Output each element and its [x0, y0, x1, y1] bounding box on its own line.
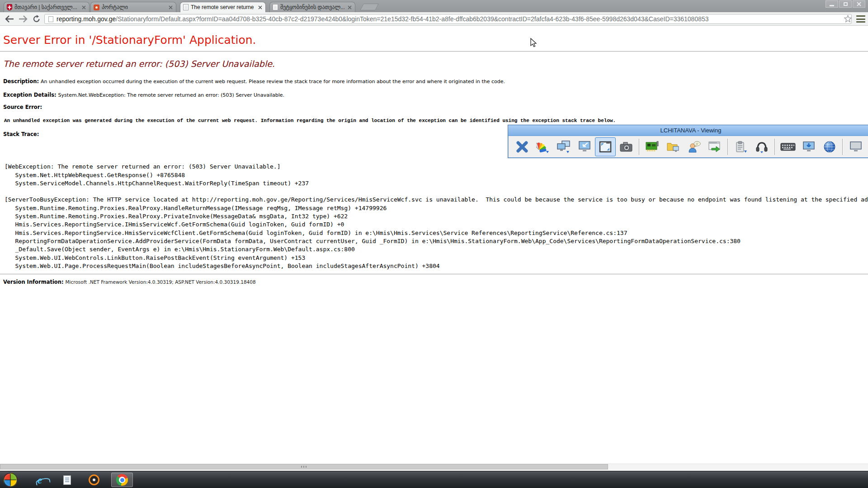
tab-label: შეტყობინების დათვალ...: [280, 4, 344, 10]
color-quality-button[interactable]: [533, 137, 553, 156]
exception-details-line: Exception Details: System.Net.WebExcepti…: [3, 92, 284, 98]
maximize-icon: [844, 2, 848, 6]
toolbar-separator: [842, 139, 843, 155]
viewer-titlebar[interactable]: LCHITANAVA - Viewing: [508, 125, 868, 136]
media-app-icon: [89, 474, 99, 485]
tab-label: The remote server returne: [191, 4, 255, 10]
back-icon: [5, 15, 14, 23]
folder-transfer-icon: [666, 141, 680, 153]
divider: [0, 274, 868, 274]
minimize-button[interactable]: [826, 0, 838, 8]
browser-navbar: reporting.moh.gov.ge/Stationaryform/Defa…: [0, 12, 868, 26]
toolbar-separator: [639, 139, 640, 155]
taskbar-chrome-button[interactable]: [111, 473, 133, 487]
file-transfer-button[interactable]: [663, 137, 684, 156]
page-icon: [48, 16, 53, 22]
close-window-button[interactable]: [853, 0, 865, 8]
internet-explorer-icon: e: [38, 475, 42, 485]
screenshot-button[interactable]: [616, 137, 637, 156]
url-bar[interactable]: reporting.moh.gov.ge/Stationaryform/Defa…: [44, 14, 852, 24]
monitor-down-arrow-icon: [802, 141, 816, 153]
window-controls: [826, 0, 865, 8]
tab-label: მთავარი | საქართველ...: [14, 4, 79, 10]
globe-icon: [823, 141, 836, 153]
circuit-board-icon: [645, 141, 660, 153]
keyboard-icon: [780, 141, 796, 152]
disconnect-button[interactable]: [512, 137, 533, 156]
audio-button[interactable]: [751, 137, 772, 156]
url-path: /Stationaryform/Default.aspx?formID=aa04…: [116, 15, 708, 23]
color-fan-icon: [536, 140, 550, 154]
maximize-button[interactable]: [839, 0, 852, 8]
fullscreen-button[interactable]: [595, 137, 616, 156]
toolbar-separator: [774, 139, 775, 155]
tab-portal[interactable]: პორტალი: [90, 2, 176, 12]
divider: [0, 51, 868, 52]
description-line: Description: An unhandled exception occu…: [3, 78, 505, 84]
georgia-crest-icon: [7, 4, 12, 10]
taskbar-document-button[interactable]: [56, 473, 78, 487]
new-tab-button[interactable]: [360, 4, 379, 10]
bookmark-star-button[interactable]: [844, 15, 852, 24]
reload-icon: [33, 15, 41, 23]
taskbar-ie-button[interactable]: e: [29, 473, 51, 487]
source-error-text: An unhandled exception was generated dur…: [4, 118, 616, 123]
window-transfer-button[interactable]: [704, 137, 725, 156]
hardware-button[interactable]: [642, 137, 663, 156]
forward-icon: [19, 15, 28, 23]
keyboard-button[interactable]: [778, 137, 798, 156]
browser-menu-button[interactable]: [856, 15, 865, 23]
fullscreen-icon: [599, 141, 612, 153]
start-button[interactable]: [3, 473, 18, 487]
headset-icon: [755, 141, 769, 153]
taskbar: e EN: [0, 471, 868, 488]
web-button[interactable]: [819, 137, 840, 156]
partial-monitor-icon: [849, 141, 863, 153]
monitor-select-button[interactable]: [553, 137, 574, 156]
tab-close-icon[interactable]: [257, 5, 263, 10]
close-icon: [857, 2, 861, 6]
remote-viewer-toolbar: LCHITANAVA - Viewing: [508, 125, 868, 158]
stack-trace: [WebException: The remote server returne…: [5, 155, 868, 270]
blank-page-icon: [183, 4, 189, 10]
scale-monitor-icon: [578, 140, 591, 154]
source-error-label: Source Error:: [3, 104, 42, 110]
portal-icon: [94, 5, 99, 10]
window-arrow-icon: [708, 141, 722, 153]
chat-person-icon: [687, 141, 701, 153]
camera-icon: [619, 141, 633, 153]
clipboard-button[interactable]: [731, 137, 751, 156]
tab-close-icon[interactable]: [347, 5, 352, 10]
chrome-icon: [116, 474, 128, 486]
tab-notifications[interactable]: შეტყობინების დათვალ...: [269, 2, 355, 12]
viewer-toolbar-row: [508, 136, 868, 158]
tab-close-icon[interactable]: [168, 5, 173, 10]
toolbar-separator: [727, 139, 728, 155]
scale-button[interactable]: [574, 137, 595, 156]
send-input-button[interactable]: [798, 137, 819, 156]
edge-partial-button[interactable]: [845, 137, 866, 156]
minimize-icon: [830, 5, 834, 6]
tab-error-active[interactable]: The remote server returne: [180, 2, 266, 12]
error-subtitle: The remote server returned an error: (50…: [3, 59, 275, 69]
document-icon: [63, 475, 71, 485]
back-button[interactable]: [5, 14, 14, 24]
tab-close-icon[interactable]: [81, 5, 86, 10]
blank-page-icon: [273, 4, 278, 10]
scrollbar-grip: [301, 466, 307, 468]
forward-button[interactable]: [18, 14, 28, 24]
close-x-icon: [516, 141, 528, 153]
browser-tab-strip: მთავარი | საქართველ... პორტალი The remot…: [0, 0, 868, 12]
stack-trace-label: Stack Trace:: [3, 131, 39, 137]
tab-label: პორტალი: [102, 4, 165, 10]
desktop: მთავარი | საქართველ... პორტალი The remot…: [0, 0, 868, 488]
error-page: Server Error in '/StationaryForm' Applic…: [0, 26, 868, 464]
tab-home[interactable]: მთავარი | საქართველ...: [4, 2, 90, 12]
error-title: Server Error in '/StationaryForm' Applic…: [3, 33, 256, 47]
reload-button[interactable]: [32, 14, 42, 24]
mouse-cursor: [530, 38, 539, 50]
taskbar-media-button[interactable]: [83, 473, 105, 487]
chat-button[interactable]: [684, 137, 704, 156]
clipboard-icon: [735, 141, 747, 153]
viewer-title: LCHITANAVA - Viewing: [660, 127, 722, 134]
